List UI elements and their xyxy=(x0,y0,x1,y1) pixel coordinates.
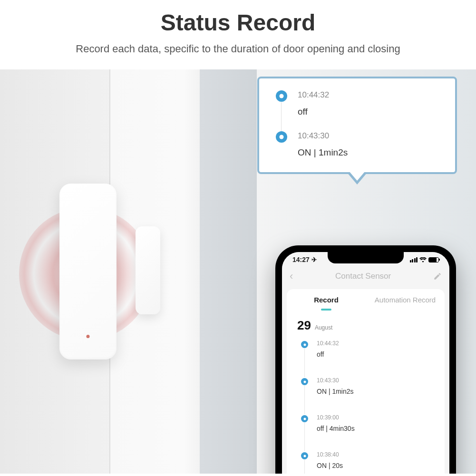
battery-icon xyxy=(428,257,439,262)
log-state: off xyxy=(317,350,339,358)
wifi-icon xyxy=(419,257,427,262)
log-entry: 10:39:00 off | 4min30s xyxy=(301,414,434,451)
callout-state: ON | 1min2s xyxy=(298,147,348,158)
timeline-dot-icon xyxy=(301,378,308,385)
callout-time: 10:43:30 xyxy=(298,131,348,141)
log-entry: 10:38:40 ON | 20s xyxy=(301,451,434,474)
log-state: off | 4min30s xyxy=(317,425,355,432)
timeline-dot-icon xyxy=(301,415,308,422)
record-card: Record Automation Record 29 August 10:44… xyxy=(287,289,445,474)
log-list: 10:44:32 off 10:43:30 ON | 1min2s xyxy=(287,338,445,474)
log-entry: 10:43:30 ON | 1min2s xyxy=(301,377,434,414)
app-title: Contact Sensor xyxy=(335,272,391,281)
callout-entry: 10:43:30 ON | 1min2s xyxy=(276,131,443,158)
callout-time: 10:44:32 xyxy=(298,90,329,100)
date-month: August xyxy=(315,324,332,331)
page-title: Status Record xyxy=(24,10,452,36)
page-subtitle: Record each data, specific to the durati… xyxy=(24,43,452,55)
callout-bubble: 10:44:32 off 10:43:30 ON | 1min2s xyxy=(257,77,457,174)
signal-icon xyxy=(410,257,418,262)
log-time: 10:38:40 xyxy=(317,451,343,458)
tabs: Record Automation Record xyxy=(287,289,445,310)
sensor-magnet xyxy=(136,226,160,314)
timeline-dot-icon xyxy=(301,341,308,348)
log-time: 10:43:30 xyxy=(317,377,354,384)
phone-screen: 14:27 ✈ ‹ Contact Sensor Record Automati… xyxy=(282,252,449,474)
phone-frame: 14:27 ✈ ‹ Contact Sensor Record Automati… xyxy=(275,245,456,474)
log-time: 10:39:00 xyxy=(317,414,355,421)
back-icon[interactable]: ‹ xyxy=(290,270,293,282)
log-state: ON | 20s xyxy=(317,462,343,469)
sensor-main-body xyxy=(59,184,117,359)
tab-automation-record[interactable]: Automation Record xyxy=(366,296,445,310)
door-panel xyxy=(200,69,257,474)
date-day: 29 xyxy=(297,318,311,333)
tab-record[interactable]: Record xyxy=(287,296,366,310)
date-header: 29 August xyxy=(287,310,445,338)
timeline-dot-icon xyxy=(276,90,287,102)
app-header: ‹ Contact Sensor xyxy=(282,265,449,289)
edit-icon[interactable] xyxy=(433,272,442,281)
timeline-dot-icon xyxy=(276,131,287,143)
callout-entry: 10:44:32 off xyxy=(276,90,443,117)
timeline-dot-icon xyxy=(301,452,308,459)
sensor-led xyxy=(87,335,90,338)
status-time: 14:27 ✈ xyxy=(292,256,317,263)
scene-background: 10:44:32 off 10:43:30 ON | 1min2s 14:27 … xyxy=(0,69,476,474)
callout-state: off xyxy=(298,107,329,117)
marketing-header: Status Record Record each data, specific… xyxy=(0,0,476,69)
log-state: ON | 1min2s xyxy=(317,388,354,395)
log-time: 10:44:32 xyxy=(317,340,339,347)
phone-notch xyxy=(328,252,404,263)
log-entry: 10:44:32 off xyxy=(301,340,434,377)
